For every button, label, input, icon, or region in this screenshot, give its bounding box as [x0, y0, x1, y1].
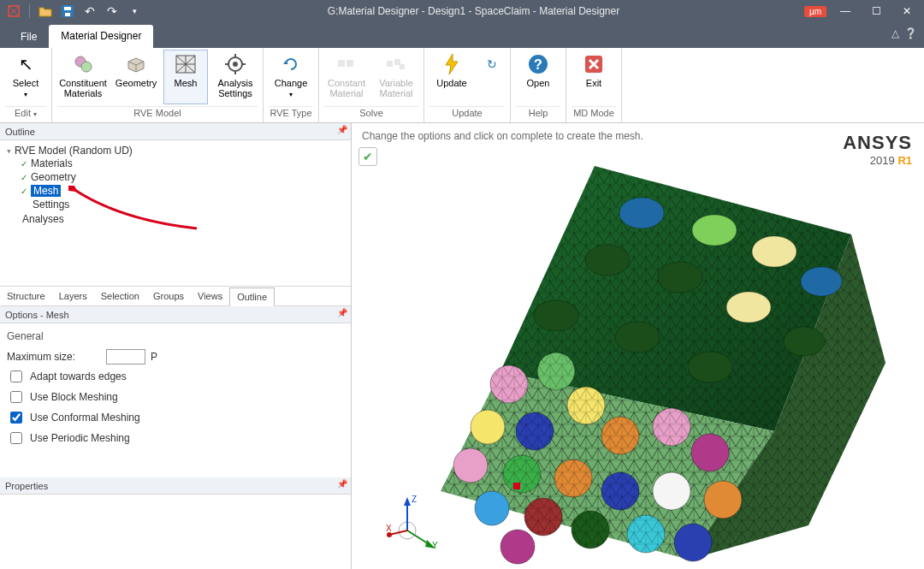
analysis-settings-button[interactable]: Analysis Settings	[213, 50, 258, 104]
open-help-button[interactable]: ? Open	[516, 50, 560, 104]
gear-icon	[223, 52, 247, 76]
svg-point-27	[585, 245, 630, 276]
svg-rect-66	[513, 483, 520, 489]
svg-point-33	[688, 352, 732, 382]
svg-point-38	[471, 410, 505, 444]
axis-triad-icon[interactable]: Z Y X	[386, 492, 446, 552]
mesh-icon	[174, 52, 198, 76]
maxsize-unit: P	[151, 351, 157, 363]
tree-item-analyses[interactable]: Analyses	[7, 212, 347, 226]
tree-root[interactable]: RVE Model (Random UD) Materials Geometry…	[7, 144, 347, 212]
ribbon-group-update: Update ↻ Update	[424, 48, 511, 122]
svg-point-58	[601, 417, 639, 454]
ribbon-group-help: ? Open Help	[511, 48, 566, 122]
svg-point-64	[572, 511, 609, 548]
select-button[interactable]: ↖ Select▾	[5, 50, 46, 104]
svg-point-10	[233, 62, 238, 67]
tree-item-materials[interactable]: Materials	[21, 157, 347, 170]
file-tab[interactable]: File	[9, 26, 49, 48]
minimize-icon[interactable]: —	[833, 3, 857, 20]
constituent-materials-button[interactable]: Constituent Materials	[57, 50, 109, 104]
svg-point-48	[475, 491, 509, 525]
cubes-var-icon	[384, 52, 408, 76]
pin-icon[interactable]: 📌	[337, 125, 347, 134]
cubes-icon	[335, 52, 358, 76]
svg-point-24	[692, 215, 737, 246]
block-meshing-checkbox[interactable]	[10, 391, 22, 403]
refresh-small-icon: ↻	[480, 52, 504, 76]
svg-text:?: ?	[534, 57, 542, 72]
ribbon-group-rve-model: Constituent Materials Geometry Mesh Anal…	[52, 48, 264, 122]
conformal-meshing-checkbox[interactable]	[10, 412, 22, 424]
outline-header: Outline📌	[0, 123, 351, 140]
ribbon-group-mdmode: Exit MD Mode	[566, 48, 622, 122]
options-panel: General Maximum size: P Adapt towards ed…	[0, 323, 351, 477]
cursor-icon: ↖	[14, 52, 38, 76]
pin-icon[interactable]: 📌	[337, 308, 347, 317]
outline-tree[interactable]: RVE Model (Random UD) Materials Geometry…	[0, 140, 351, 286]
tab-outline[interactable]: Outline	[229, 287, 275, 306]
undo-icon[interactable]: ↶	[81, 3, 98, 20]
ribbon-collapse-icon[interactable]: △	[891, 27, 899, 39]
geometry-button[interactable]: Geometry	[114, 50, 158, 104]
svg-rect-5	[65, 13, 70, 16]
tab-views[interactable]: Views	[191, 287, 229, 305]
open-icon[interactable]	[37, 3, 54, 20]
options-general-label: General	[7, 330, 344, 342]
svg-point-29	[726, 292, 771, 323]
tree-item-geometry[interactable]: Geometry	[21, 170, 347, 184]
svg-point-60	[503, 455, 541, 493]
viewport-3d[interactable]: Change the options and click on complete…	[352, 123, 924, 569]
svg-point-28	[658, 262, 702, 293]
redo-icon[interactable]: ↷	[104, 3, 121, 20]
tab-selection[interactable]: Selection	[94, 287, 146, 305]
pin-icon[interactable]: 📌	[337, 479, 347, 489]
tree-item-settings[interactable]: Settings	[21, 198, 347, 211]
exit-icon	[582, 52, 606, 76]
update-options-button[interactable]: ↻	[479, 50, 505, 104]
svg-point-52	[674, 524, 712, 561]
close-icon[interactable]: ✕	[895, 3, 919, 20]
svg-line-70	[389, 530, 407, 535]
maximize-icon[interactable]: ☐	[864, 3, 888, 20]
save-icon[interactable]	[59, 3, 76, 20]
svg-rect-17	[387, 61, 393, 67]
materials-icon	[71, 52, 95, 76]
periodic-meshing-checkbox[interactable]	[10, 432, 22, 444]
svg-rect-15	[338, 60, 345, 67]
maxsize-label: Maximum size:	[7, 351, 101, 363]
exit-button[interactable]: Exit	[572, 50, 616, 104]
tab-groups[interactable]: Groups	[146, 287, 191, 305]
svg-point-30	[784, 327, 825, 356]
app-icon[interactable]	[5, 3, 22, 20]
svg-text:X: X	[386, 524, 392, 533]
tab-layers[interactable]: Layers	[52, 287, 94, 305]
structure-tabs: Structure Layers Selection Groups Views …	[0, 286, 351, 306]
qat-dropdown-icon[interactable]: ▾	[126, 3, 143, 20]
svg-rect-16	[346, 60, 353, 67]
svg-point-46	[653, 472, 690, 510]
update-button[interactable]: Update	[429, 50, 474, 104]
svg-point-26	[801, 267, 842, 296]
svg-rect-18	[394, 59, 400, 65]
properties-header: Properties📌	[0, 477, 351, 495]
svg-point-32	[615, 322, 660, 353]
help-icon[interactable]: ❔	[904, 27, 917, 39]
svg-point-47	[704, 481, 742, 519]
options-header: Options - Mesh📌	[0, 306, 351, 323]
mesh-button[interactable]: Mesh	[163, 50, 208, 104]
tree-item-mesh[interactable]: Mesh	[21, 184, 347, 198]
svg-point-63	[524, 498, 562, 536]
svg-point-62	[601, 472, 639, 510]
adapt-edges-checkbox[interactable]	[10, 370, 22, 382]
ribbon-group-edit: ↖ Select▾ Edit ▾	[0, 48, 52, 122]
svg-rect-4	[64, 7, 71, 10]
svg-point-53	[500, 530, 535, 564]
units-badge[interactable]: µm	[804, 6, 826, 17]
material-designer-tab[interactable]: Material Designer	[49, 25, 153, 48]
maxsize-input[interactable]	[106, 349, 145, 365]
tab-structure[interactable]: Structure	[0, 287, 52, 305]
svg-point-41	[691, 434, 729, 471]
change-button[interactable]: Change▾	[269, 50, 313, 104]
properties-panel	[0, 495, 351, 569]
